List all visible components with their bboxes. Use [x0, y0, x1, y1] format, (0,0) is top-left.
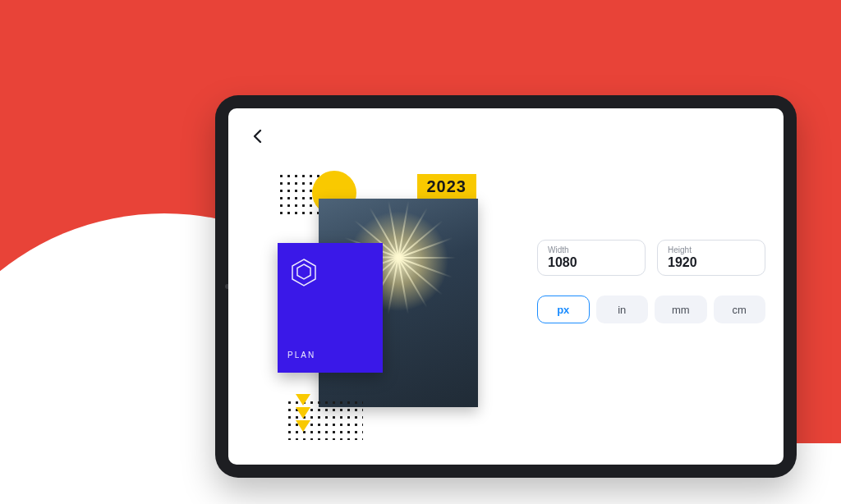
tablet-frame: 2023: [215, 95, 797, 478]
yellow-triangle-accents: [296, 394, 310, 432]
hexagon-logo-icon: [287, 256, 320, 292]
width-label: Width: [548, 245, 635, 254]
height-value: 1920: [668, 255, 755, 270]
unit-button-px[interactable]: px: [537, 296, 590, 323]
dimension-controls: Width 1080 Height 1920 pxinmmcm: [537, 240, 765, 323]
blue-card-label: PLAN: [287, 351, 373, 360]
blue-overlay-card: PLAN: [278, 243, 383, 373]
unit-button-in[interactable]: in: [596, 296, 649, 323]
unit-button-mm[interactable]: mm: [655, 296, 707, 323]
year-badge: 2023: [417, 174, 477, 199]
chevron-left-icon: [252, 129, 264, 144]
unit-selector: pxinmmcm: [537, 296, 765, 323]
height-label: Height: [668, 245, 755, 254]
svg-marker-1: [297, 264, 310, 279]
svg-marker-0: [292, 259, 315, 286]
width-input[interactable]: Width 1080: [537, 240, 646, 276]
width-value: 1080: [548, 255, 635, 270]
sparkler-burst: [398, 257, 399, 258]
back-button[interactable]: [248, 126, 268, 146]
document-preview: 2023: [266, 167, 486, 447]
unit-button-cm[interactable]: cm: [714, 296, 766, 323]
app-screen: 2023: [228, 108, 784, 465]
height-input[interactable]: Height 1920: [657, 240, 765, 276]
